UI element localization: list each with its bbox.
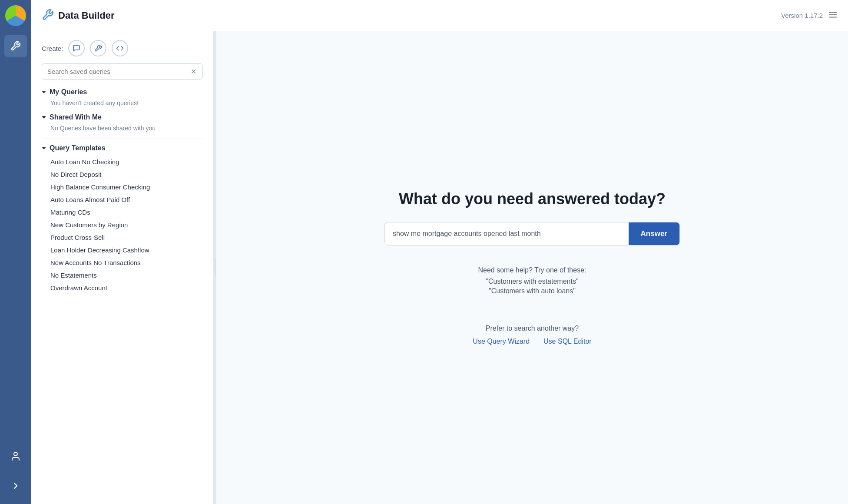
header-wrench-icon	[42, 9, 54, 23]
create-wizard-button[interactable]	[90, 40, 106, 56]
alt-section: Prefer to search another way? Use Query …	[473, 325, 591, 345]
main-question: What do you need answered today?	[399, 190, 666, 208]
search-input[interactable]	[47, 68, 190, 75]
shared-chevron	[42, 116, 46, 119]
my-queries-chevron	[42, 91, 46, 93]
create-bar: Create:	[42, 40, 203, 56]
app-logo	[0, 0, 31, 31]
header-right: Version 1.17.2	[781, 10, 838, 21]
logo-circle	[5, 5, 26, 26]
suggestion-item: "Customers with auto loans"	[478, 287, 586, 295]
list-item[interactable]: Maturing CDs	[49, 206, 203, 219]
alt-link-sql-editor[interactable]: Use SQL Editor	[543, 338, 592, 345]
search-clear-button[interactable]: ✕	[190, 67, 197, 76]
query-templates-header[interactable]: Query Templates	[42, 144, 203, 152]
top-header: Data Builder Version 1.17.2	[31, 0, 848, 31]
menu-icon[interactable]	[828, 10, 838, 21]
header-title-area: Data Builder	[42, 9, 781, 23]
shared-empty: No Queries have been shared with you	[42, 125, 203, 132]
section-divider	[42, 139, 203, 139]
suggestions-container: "Customers with estatements""Customers w…	[478, 278, 586, 295]
query-templates-label: Query Templates	[50, 144, 106, 152]
list-item[interactable]: Product Cross-Sell	[49, 231, 203, 244]
list-item[interactable]: Auto Loan No Checking	[49, 156, 203, 168]
main-content: What do you need answered today? Answer …	[216, 31, 848, 504]
list-item[interactable]: No Estatements	[49, 269, 203, 282]
sidebar: Create:	[31, 31, 214, 504]
list-item[interactable]: Auto Loans Almost Paid Off	[49, 193, 203, 206]
main-container: Data Builder Version 1.17.2 Create:	[31, 0, 848, 504]
sidebar-inner: Create:	[31, 31, 213, 504]
alt-link-query-wizard[interactable]: Use Query Wizard	[473, 338, 530, 345]
templates-chevron	[42, 147, 46, 149]
answer-button[interactable]: Answer	[629, 222, 679, 245]
list-item[interactable]: High Balance Consumer Checking	[49, 181, 203, 193]
query-templates-list: Auto Loan No CheckingNo Direct DepositHi…	[42, 156, 203, 294]
list-item[interactable]: Overdrawn Account	[49, 282, 203, 294]
app-title: Data Builder	[58, 10, 115, 21]
my-queries-empty: You haven't created any queries!	[42, 99, 203, 106]
create-label: Create:	[42, 45, 63, 52]
list-item[interactable]: Loan Holder Decreasing Cashflow	[49, 244, 203, 256]
list-item[interactable]: No Direct Deposit	[49, 168, 203, 181]
shared-with-me-header[interactable]: Shared With Me	[42, 113, 203, 121]
create-sql-button[interactable]	[112, 40, 128, 56]
suggestion-item: "Customers with estatements"	[478, 278, 586, 285]
my-queries-header[interactable]: My Queries	[42, 88, 203, 96]
svg-point-0	[14, 452, 17, 456]
list-item[interactable]: New Accounts No Transactions	[49, 256, 203, 269]
content-area: Create:	[31, 31, 848, 504]
nav-item-expand[interactable]	[4, 474, 27, 497]
answer-bar: Answer	[384, 222, 680, 245]
resize-handle[interactable]	[214, 31, 216, 504]
shared-with-me-label: Shared With Me	[50, 113, 102, 121]
nav-item-user[interactable]	[4, 445, 27, 468]
my-queries-label: My Queries	[50, 88, 87, 96]
nav-item-data-builder[interactable]	[4, 35, 27, 57]
help-section: Need some help? Try one of these: "Custo…	[478, 266, 586, 297]
search-box: ✕	[42, 63, 203, 80]
list-item[interactable]: New Customers by Region	[49, 219, 203, 231]
create-chat-button[interactable]	[68, 40, 85, 56]
nav-bar	[0, 0, 31, 504]
alt-links: Use Query WizardUse SQL Editor	[473, 338, 591, 345]
version-label: Version 1.17.2	[781, 12, 823, 19]
alt-label: Prefer to search another way?	[473, 325, 591, 332]
answer-input[interactable]	[385, 223, 629, 245]
help-label: Need some help? Try one of these:	[478, 266, 586, 274]
